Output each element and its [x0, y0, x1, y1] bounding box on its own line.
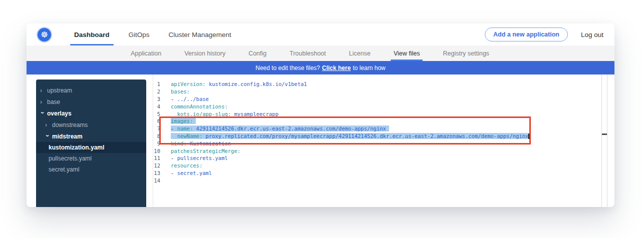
line-number: 14 — [153, 178, 160, 184]
editor-scrollbar-thumb[interactable] — [602, 134, 607, 135]
line-number: 7 — [153, 126, 160, 132]
code-line-text: apiVersion: kustomize.config.k8s.io/v1be… — [171, 81, 307, 87]
file-tree-item-label: midstream — [52, 133, 83, 140]
yaml-key: name: — [177, 126, 193, 132]
code-line-text: resources: — [171, 162, 202, 168]
code-line: 12resources: — [153, 162, 601, 170]
kubernetes-logo-icon: ☸ — [38, 28, 51, 42]
subnav-tab-troubleshoot[interactable]: Troubleshoot — [289, 46, 326, 61]
selection-highlight: - name: 429114214526.dkr.ecr.us-east-2.a… — [171, 126, 389, 132]
edit-files-banner: Need to edit these files? Click here to … — [27, 61, 614, 74]
line-number: 6 — [153, 118, 160, 124]
admin-console-window: ☸ DashboardGitOpsCluster Management Add … — [27, 24, 614, 207]
chevron-right-icon: › — [45, 122, 50, 128]
file-tree-item-pullsecrets-yaml[interactable]: pullsecrets.yaml — [36, 153, 146, 164]
file-tree-item-label: secret.yaml — [49, 166, 79, 173]
yaml-value: 429114214526.dkr.ecr.us-east-2.amazonaws… — [196, 126, 386, 132]
app-subnav: ApplicationVersion historyConfigTroubles… — [27, 46, 614, 61]
line-number: 8 — [153, 133, 160, 139]
yaml-key: patchesStrategicMerge: — [171, 148, 240, 154]
subnav-tab-config[interactable]: Config — [248, 46, 266, 61]
file-tree-item-label: pullsecrets.yaml — [49, 155, 92, 162]
file-tree-item-overlays[interactable]: ›overlays — [36, 108, 146, 119]
banner-click-here-link[interactable]: Click here — [322, 64, 351, 72]
line-number: 13 — [153, 170, 160, 176]
file-tree-item-kustomization-yaml[interactable]: kustomization.yaml — [36, 142, 146, 153]
code-line: 4commonAnnotations: — [153, 102, 601, 110]
line-number: 2 — [153, 88, 160, 94]
code-line: 3- ../../base — [153, 96, 601, 103]
line-number: 1 — [153, 81, 160, 87]
chevron-right-icon: › — [40, 88, 45, 94]
code-line: 13- secret.yaml — [153, 170, 601, 177]
yaml-key: bases: — [171, 88, 190, 94]
yaml-key: images: — [171, 118, 193, 124]
line-number: 11 — [153, 155, 160, 161]
file-tree-item-label: downstreams — [52, 122, 88, 128]
main-navbar: ☸ DashboardGitOpsCluster Management Add … — [27, 24, 614, 46]
yaml-value: proxy.replicated.com/proxy/mysampleecrap… — [206, 133, 529, 139]
code-line: 8 newName: proxy.replicated.com/proxy/my… — [153, 132, 601, 140]
file-tree-item-midstream[interactable]: ›midstream — [36, 130, 146, 142]
subnav-tab-application[interactable]: Application — [131, 46, 161, 61]
code-line: 9kind: Kustomization — [153, 140, 601, 147]
file-tree-item-label: kustomization.yaml — [49, 144, 104, 151]
chevron-right-icon: › — [40, 99, 45, 105]
yaml-plain: - — [171, 96, 177, 102]
code-line: 14 — [153, 176, 601, 184]
main-nav-tab-gitops[interactable]: GitOps — [129, 24, 150, 46]
selection-highlight: images: — [171, 118, 196, 124]
yaml-plain — [171, 133, 177, 139]
banner-text-prefix: Need to edit these files? — [255, 64, 320, 72]
subnav-tab-view-files[interactable]: View files — [394, 46, 420, 61]
file-tree-item-downstreams[interactable]: ›downstreams — [36, 119, 146, 130]
file-tree-item-label: base — [47, 98, 60, 106]
editor-scrollbar-track[interactable] — [601, 74, 607, 207]
subnav-tab-license[interactable]: License — [349, 46, 371, 61]
main-nav-tabs: DashboardGitOpsCluster Management — [74, 24, 231, 46]
logout-link[interactable]: Log out — [581, 31, 603, 38]
code-line-text: kind: Kustomization — [171, 140, 231, 146]
subnav-tab-registry-settings[interactable]: Registry settings — [443, 46, 489, 61]
code-line-text: images: — [171, 118, 196, 124]
file-tree-item-label: upstream — [47, 87, 72, 94]
chevron-down-icon: › — [45, 134, 51, 139]
code-line-text: - pullsecrets.yaml — [171, 155, 228, 161]
text-cursor — [528, 134, 529, 139]
subnav-tab-version-history[interactable]: Version history — [184, 46, 225, 61]
code-line-text: bases: — [171, 88, 190, 94]
code-line: 1apiVersion: kustomize.config.k8s.io/v1b… — [153, 80, 601, 88]
yaml-key: kots.io/app-slug: — [177, 111, 231, 117]
main-nav-right: Add a new application Log out — [485, 24, 603, 46]
line-number: 9 — [153, 140, 160, 146]
yaml-value: mysampleecrapp — [234, 111, 278, 117]
code-line: 6images: — [153, 118, 601, 125]
banner-text-suffix: to learn how — [353, 64, 385, 72]
code-line: 5 kots.io/app-slug: mysampleecrapp — [153, 110, 601, 118]
line-number: 5 — [153, 111, 160, 117]
main-nav-tab-dashboard[interactable]: Dashboard — [74, 24, 110, 46]
code-line: 11- pullsecrets.yaml — [153, 154, 601, 162]
yaml-key: kind: — [171, 140, 187, 146]
add-new-application-button[interactable]: Add a new application — [485, 28, 568, 42]
file-tree-item-upstream[interactable]: ›upstream — [36, 84, 146, 96]
file-tree-item-label: overlays — [47, 110, 72, 117]
code-line-text: - secret.yaml — [171, 170, 212, 176]
file-tree-item-secret-yaml[interactable]: secret.yaml — [36, 164, 146, 175]
yaml-plain: - — [171, 170, 177, 176]
code-line: 7- name: 429114214526.dkr.ecr.us-east-2.… — [153, 125, 601, 132]
selection-highlight: newName: proxy.replicated.com/proxy/mysa… — [171, 133, 528, 139]
file-tree-item-base[interactable]: ›base — [36, 96, 146, 108]
code-editor[interactable]: 1apiVersion: kustomize.config.k8s.io/v1b… — [153, 80, 601, 184]
yaml-plain: - — [171, 126, 177, 132]
file-tree-sidebar: ›upstream›base›overlays›downstreams›mids… — [36, 80, 146, 207]
code-line-text: kots.io/app-slug: mysampleecrapp — [171, 111, 278, 117]
code-line-text: patchesStrategicMerge: — [171, 148, 240, 154]
yaml-key: apiVersion: — [171, 81, 206, 87]
yaml-value: Kustomization — [190, 140, 231, 146]
yaml-key: commonAnnotations: — [171, 104, 228, 110]
yaml-plain — [171, 111, 177, 117]
yaml-value: secret.yaml — [177, 170, 212, 176]
code-line-text: - name: 429114214526.dkr.ecr.us-east-2.a… — [171, 126, 389, 132]
main-nav-tab-cluster-management[interactable]: Cluster Management — [169, 24, 231, 46]
